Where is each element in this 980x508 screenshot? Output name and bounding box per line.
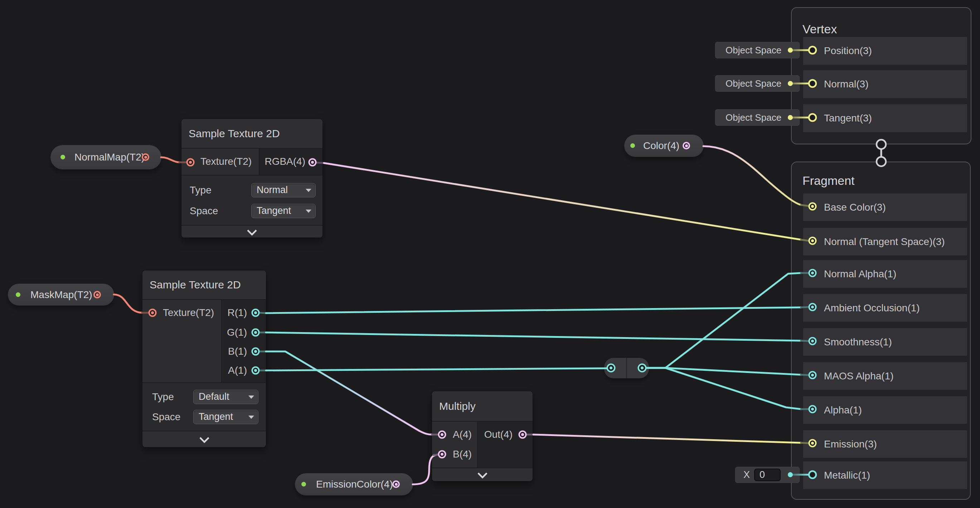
type-field-label: Type bbox=[190, 183, 212, 197]
output-port-cell: Out(4) bbox=[478, 422, 533, 468]
block-row-label: Metallic(1) bbox=[824, 462, 870, 489]
shader-graph-canvas[interactable]: NormalMap(T2) MaskMap(T2) Color(4) Emiss… bbox=[0, 0, 980, 508]
property-label: NormalMap(T2) bbox=[75, 145, 145, 169]
block-row-label: Normal(3) bbox=[824, 70, 868, 98]
vector4-output-port[interactable] bbox=[682, 142, 690, 149]
fragment-row-smoothness[interactable]: Smoothness(1) bbox=[803, 328, 967, 356]
block-row-label: Normal (Tangent Space)(3) bbox=[824, 228, 945, 256]
node-options-body: Type Default Space Tangent bbox=[142, 383, 266, 431]
node-multiply[interactable]: Multiply A(4) B(4) Out(4) bbox=[432, 391, 533, 481]
block-row-label: Normal Alpha(1) bbox=[824, 260, 896, 288]
edge-normalmap-to-texture[interactable] bbox=[161, 157, 179, 162]
property-label: Color(4) bbox=[643, 135, 679, 157]
dropdown-caret-icon bbox=[305, 189, 312, 192]
fragment-row-normal-tangent-space[interactable]: Normal (Tangent Space)(3) bbox=[803, 228, 967, 256]
fragment-context-block[interactable]: Fragment Base Color(3) Normal (Tangent S… bbox=[791, 161, 971, 500]
output-port-label: G(1) bbox=[222, 325, 247, 340]
fragment-row-metallic[interactable]: Metallic(1) bbox=[803, 462, 967, 489]
space-dropdown[interactable]: Tangent bbox=[193, 410, 258, 424]
space-field-label: Space bbox=[190, 204, 218, 218]
node-sample-texture-2d-b[interactable]: Sample Texture 2D Texture(T2) R(1) G(1) … bbox=[142, 270, 266, 447]
dropdown-caret-icon bbox=[248, 396, 254, 399]
node-port-row: Texture(T2) R(1) G(1) B(1) A(1) bbox=[142, 300, 266, 382]
node-title: Sample Texture 2D bbox=[189, 119, 280, 148]
input-port-label: A(4) bbox=[453, 427, 472, 442]
property-exposed-dot bbox=[16, 292, 21, 297]
output-port-label: RGBA(4) bbox=[259, 154, 305, 169]
normal-default-widget[interactable]: Object Space bbox=[716, 76, 799, 91]
dropdown-caret-icon bbox=[248, 415, 254, 419]
type-dropdown-value: Default bbox=[199, 391, 229, 402]
property-node-maskmap[interactable]: MaskMap(T2) bbox=[8, 284, 114, 305]
edge-rgba-to-normal-tangent-space[interactable] bbox=[324, 163, 801, 240]
object-space-label: Object Space bbox=[725, 76, 781, 91]
node-collapse-button[interactable] bbox=[142, 431, 266, 447]
input-port-label: B(4) bbox=[453, 447, 472, 462]
block-row-label: Position(3) bbox=[824, 37, 872, 65]
edge-maskmap-to-texture[interactable] bbox=[114, 294, 142, 313]
edge-redirect-to-maos-alpha[interactable] bbox=[646, 368, 801, 375]
metallic-default-widget[interactable]: X 0 bbox=[735, 467, 799, 482]
space-dropdown-value: Tangent bbox=[199, 411, 233, 422]
node-title-bar[interactable]: Multiply bbox=[432, 391, 533, 421]
node-collapse-button[interactable] bbox=[432, 468, 533, 481]
node-redirect[interactable] bbox=[604, 358, 649, 378]
tangent-default-widget[interactable]: Object Space bbox=[716, 110, 799, 125]
property-node-color[interactable]: Color(4) bbox=[625, 135, 703, 157]
block-row-label: Emission(3) bbox=[824, 430, 877, 458]
edge-color-to-base-color[interactable] bbox=[703, 146, 801, 205]
node-sample-texture-2d-a[interactable]: Sample Texture 2D Texture(T2) RGBA(4) Ty… bbox=[181, 119, 323, 238]
texture-output-port[interactable] bbox=[142, 153, 149, 161]
type-dropdown-value: Normal bbox=[257, 184, 288, 195]
block-row-label: Base Color(3) bbox=[824, 193, 886, 221]
output-port-label: A(1) bbox=[222, 363, 247, 378]
space-dropdown[interactable]: Tangent bbox=[251, 204, 316, 218]
property-label: EmissionColor(4) bbox=[316, 474, 393, 495]
texture-output-port[interactable] bbox=[94, 291, 101, 299]
node-title-bar[interactable]: Sample Texture 2D bbox=[181, 119, 323, 148]
fragment-row-emission[interactable]: Emission(3) bbox=[803, 430, 967, 458]
vertex-context-block[interactable]: Vertex Position(3) Normal(3) Tangent(3) bbox=[791, 7, 971, 144]
edge-out-to-emission[interactable] bbox=[533, 435, 801, 443]
chevron-down-icon bbox=[247, 226, 257, 236]
vector4-output-port[interactable] bbox=[392, 481, 400, 488]
node-options-body: Type Normal Space Tangent bbox=[181, 176, 323, 225]
input-port-cell: A(4) B(4) bbox=[432, 422, 477, 468]
output-port-cell: RGBA(4) bbox=[259, 149, 323, 175]
edge-redirect-to-alpha[interactable] bbox=[646, 368, 801, 409]
type-dropdown[interactable]: Default bbox=[193, 390, 258, 404]
fragment-row-maos-alpha[interactable]: MAOS Alpha(1) bbox=[803, 362, 967, 390]
space-field-label: Space bbox=[152, 410, 180, 424]
vertex-row-position[interactable]: Position(3) bbox=[803, 37, 967, 65]
output-port-label: Out(4) bbox=[478, 427, 512, 442]
edge-g-to-smoothness[interactable] bbox=[266, 332, 801, 341]
node-collapse-button[interactable] bbox=[181, 226, 323, 238]
block-title: Fragment bbox=[802, 174, 855, 188]
type-field-label: Type bbox=[152, 390, 174, 404]
object-space-label: Object Space bbox=[725, 110, 781, 125]
node-port-row: Texture(T2) RGBA(4) bbox=[181, 149, 323, 175]
edge-a-to-redirect[interactable] bbox=[266, 368, 608, 371]
edge-redirect-to-normal-alpha[interactable] bbox=[646, 273, 801, 368]
input-port-cell: Texture(T2) bbox=[181, 149, 259, 175]
vertex-row-tangent[interactable]: Tangent(3) bbox=[803, 104, 967, 132]
edge-b-to-a[interactable] bbox=[266, 351, 432, 435]
position-default-widget[interactable]: Object Space bbox=[716, 42, 799, 58]
property-node-emissioncolor[interactable]: EmissionColor(4) bbox=[295, 474, 413, 495]
chevron-down-icon bbox=[477, 469, 487, 479]
vertex-row-normal[interactable]: Normal(3) bbox=[803, 70, 967, 98]
input-port-label: Texture(T2) bbox=[200, 154, 251, 169]
edge-r-to-ambient-occlusion[interactable] bbox=[266, 307, 801, 313]
output-port-cell: R(1) G(1) B(1) A(1) bbox=[222, 300, 266, 382]
fragment-row-base-color[interactable]: Base Color(3) bbox=[803, 193, 967, 221]
type-dropdown[interactable]: Normal bbox=[251, 183, 316, 197]
property-node-normalmap[interactable]: NormalMap(T2) bbox=[51, 145, 161, 169]
metallic-value-field[interactable]: 0 bbox=[754, 469, 781, 481]
chevron-down-icon bbox=[199, 433, 209, 443]
fragment-row-normal-alpha[interactable]: Normal Alpha(1) bbox=[803, 260, 967, 288]
block-row-label: Alpha(1) bbox=[824, 396, 862, 424]
node-title-bar[interactable]: Sample Texture 2D bbox=[142, 270, 266, 299]
property-label: MaskMap(T2) bbox=[30, 284, 92, 305]
fragment-row-ambient-occlusion[interactable]: Ambient Occlusion(1) bbox=[803, 294, 967, 322]
fragment-row-alpha[interactable]: Alpha(1) bbox=[803, 396, 967, 424]
